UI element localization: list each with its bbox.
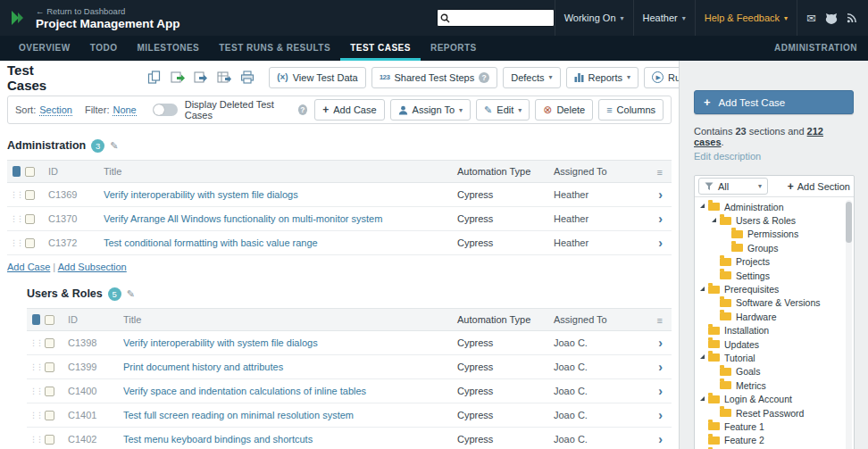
- help-icon[interactable]: [298, 104, 308, 115]
- edit-button[interactable]: ✎ Edit ▾: [476, 99, 530, 121]
- working-on-menu[interactable]: Working On ▾: [555, 0, 633, 36]
- drag-handle-icon[interactable]: ⋮⋮: [7, 214, 25, 223]
- view-test-data-button[interactable]: (×) View Test Data: [269, 67, 365, 88]
- table-row[interactable]: ⋮⋮ C1401 Test full screen reading on min…: [27, 403, 672, 428]
- columns-button[interactable]: ≡ Columns: [598, 99, 664, 121]
- nav-tab[interactable]: MILESTONES: [127, 36, 209, 61]
- column-header-assigned[interactable]: Assigned To: [554, 166, 645, 177]
- tree-item[interactable]: Projects: [697, 255, 852, 269]
- table-row[interactable]: ⋮⋮ C1370 Verify Arrange All Windows func…: [7, 207, 672, 231]
- edit-section-icon[interactable]: ✎: [127, 288, 135, 300]
- add-section-button[interactable]: + Add Section: [788, 180, 850, 193]
- drag-handle-icon[interactable]: ⋮⋮: [7, 238, 25, 247]
- tree-filter-dropdown[interactable]: All ▾: [698, 178, 768, 195]
- shared-test-steps-button[interactable]: 123 Shared Test Steps: [371, 67, 498, 88]
- import-cases-icon[interactable]: [170, 70, 185, 85]
- reports-button[interactable]: Reports ▾: [566, 67, 639, 88]
- case-title-link[interactable]: Test menu keyboard bindings and shortcut…: [123, 434, 313, 445]
- mail-icon[interactable]: ✉: [806, 12, 816, 25]
- return-to-dashboard-link[interactable]: ← Return to Dashboard: [36, 6, 180, 16]
- case-title-link[interactable]: Test full screen reading on minimal reso…: [123, 410, 354, 420]
- nav-tab[interactable]: OVERVIEW: [9, 36, 80, 61]
- add-test-case-button[interactable]: + Add Test Case: [694, 90, 854, 114]
- case-title-link[interactable]: Verify interoperability with system file…: [104, 189, 298, 200]
- tree-item[interactable]: Prerequisites: [697, 282, 852, 295]
- footer-link[interactable]: Add Subsection: [58, 262, 127, 272]
- tree-item[interactable]: Updates: [697, 337, 852, 351]
- export-cases-icon[interactable]: [193, 70, 208, 85]
- tree-item[interactable]: Permissions: [697, 228, 852, 241]
- tree-item[interactable]: Administration: [697, 200, 852, 213]
- drag-handle-icon[interactable]: ⋮⋮: [27, 338, 45, 347]
- sort-value-link[interactable]: Section: [39, 104, 72, 116]
- row-chevron-icon[interactable]: ›: [645, 212, 672, 225]
- tree-item[interactable]: Users & Roles: [697, 213, 852, 227]
- expand-arrow-icon[interactable]: [712, 218, 716, 222]
- row-chevron-icon[interactable]: ›: [645, 188, 672, 201]
- nav-tab[interactable]: TODO: [80, 36, 128, 61]
- column-header-title[interactable]: Title: [123, 314, 457, 325]
- deleted-cases-toggle[interactable]: [153, 104, 178, 116]
- drag-handle-icon[interactable]: ⋮⋮: [27, 411, 45, 420]
- nav-tab[interactable]: TEST RUNS & RESULTS: [209, 36, 340, 61]
- app-logo-icon[interactable]: [7, 7, 29, 29]
- github-icon[interactable]: [825, 12, 838, 24]
- column-header-title[interactable]: Title: [104, 166, 457, 177]
- tree-item[interactable]: Login & Account: [697, 392, 852, 405]
- footer-link[interactable]: Add Case: [7, 262, 50, 272]
- table-view-icon[interactable]: [216, 70, 231, 85]
- drag-handle-icon[interactable]: ⋮⋮: [27, 362, 45, 371]
- case-title-link[interactable]: Print document history and attributes: [123, 362, 283, 372]
- nav-tab[interactable]: TEST CASES: [340, 36, 421, 61]
- delete-button[interactable]: ⊗ Delete: [535, 99, 593, 121]
- case-title-link[interactable]: Test conditional formatting with basic v…: [104, 237, 318, 248]
- user-menu[interactable]: Heather ▾: [633, 0, 695, 36]
- grip-icon[interactable]: [32, 314, 40, 325]
- rss-icon[interactable]: [847, 12, 857, 23]
- row-chevron-icon[interactable]: ›: [645, 433, 672, 445]
- table-row[interactable]: ⋮⋮ C1402 Test menu keyboard bindings and…: [27, 428, 672, 449]
- tree-item[interactable]: Tutorial: [697, 351, 852, 364]
- case-title-link[interactable]: Verify interoperability with system file…: [123, 337, 318, 348]
- tree-item[interactable]: Settings: [697, 269, 852, 282]
- table-row[interactable]: ⋮⋮ C1399 Print document history and attr…: [27, 355, 672, 379]
- columns-grid-icon[interactable]: ≡: [657, 315, 663, 326]
- tree-item[interactable]: Groups: [697, 241, 852, 254]
- tree-item[interactable]: Feature 2: [697, 434, 852, 447]
- tree-item[interactable]: Goals: [697, 365, 852, 378]
- column-header-automation[interactable]: Automation Type: [457, 166, 554, 177]
- row-chevron-icon[interactable]: ›: [645, 361, 672, 373]
- column-header-assigned[interactable]: Assigned To: [554, 314, 645, 325]
- expand-arrow-icon[interactable]: [700, 396, 705, 401]
- table-row[interactable]: ⋮⋮ C1398 Verify interoperability with sy…: [27, 331, 672, 355]
- row-chevron-icon[interactable]: ›: [645, 409, 672, 421]
- case-title-link[interactable]: Verify Arrange All Windows functionality…: [104, 213, 382, 224]
- case-title-link[interactable]: Verify space and indentation calculation…: [123, 386, 366, 396]
- edit-description-link[interactable]: Edit description: [694, 151, 854, 162]
- scrollbar-thumb[interactable]: [846, 202, 852, 243]
- help-icon[interactable]: [479, 72, 489, 83]
- copy-icon[interactable]: [146, 70, 162, 85]
- grip-icon[interactable]: [13, 166, 21, 177]
- columns-grid-icon[interactable]: ≡: [657, 167, 663, 178]
- row-checkbox[interactable]: [45, 338, 54, 348]
- select-all-checkbox[interactable]: [45, 315, 54, 325]
- row-checkbox[interactable]: [25, 214, 35, 224]
- run-test-button[interactable]: Run Test: [644, 67, 679, 88]
- expand-arrow-icon[interactable]: [700, 204, 705, 208]
- row-checkbox[interactable]: [25, 238, 35, 248]
- row-checkbox[interactable]: [25, 190, 35, 200]
- row-checkbox[interactable]: [45, 387, 54, 396]
- tree-item[interactable]: Software & Versions: [697, 296, 852, 310]
- tree-item[interactable]: Installation: [697, 324, 852, 337]
- tree-item[interactable]: Metrics: [697, 378, 852, 392]
- tree-item[interactable]: Feature 1: [697, 420, 852, 433]
- assign-to-button[interactable]: Assign To ▾: [390, 99, 472, 121]
- column-header-id[interactable]: ID: [68, 314, 123, 325]
- tree-item[interactable]: Reset Password: [697, 406, 852, 420]
- search-input[interactable]: [450, 11, 554, 25]
- table-row[interactable]: ⋮⋮ C1372 Test conditional formatting wit…: [7, 231, 672, 255]
- drag-handle-icon[interactable]: ⋮⋮: [27, 387, 45, 395]
- help-feedback-menu[interactable]: Help & Feedback ▾: [695, 0, 797, 36]
- edit-section-icon[interactable]: ✎: [110, 140, 118, 152]
